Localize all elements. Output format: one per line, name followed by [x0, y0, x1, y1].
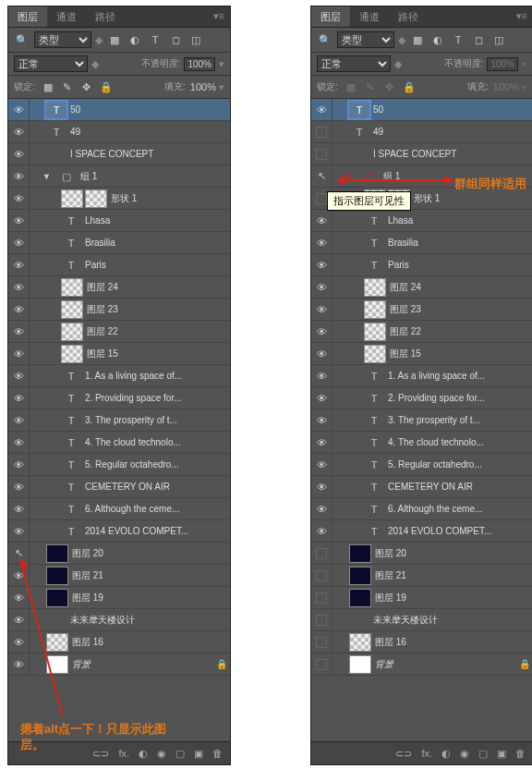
layer-row[interactable]: 👁 I SPACE CONCEPT [8, 143, 230, 165]
tab-paths[interactable]: 路径 [86, 6, 125, 27]
visibility-toggle[interactable]: 👁 [8, 454, 30, 475]
layer-row[interactable]: 👁TLhasa [311, 210, 532, 232]
visibility-toggle[interactable]: 👁 [8, 631, 30, 653]
layer-row[interactable]: 👁图层 15 [8, 343, 230, 365]
layer-row[interactable]: 图层 20 [311, 543, 532, 565]
visibility-toggle[interactable]: 👁 [311, 454, 332, 475]
layer-row[interactable]: 👁形状 1 [8, 188, 230, 210]
visibility-toggle[interactable] [311, 587, 332, 608]
visibility-toggle[interactable] [311, 121, 332, 142]
layer-row[interactable]: 👁T5. Regular octahedro... [311, 454, 532, 476]
visibility-toggle[interactable]: 👁 [8, 476, 30, 497]
lock-pixel-icon[interactable]: ✎ [59, 79, 76, 95]
visibility-toggle[interactable]: 👁 [311, 409, 332, 431]
visibility-toggle[interactable]: 👁 [8, 565, 30, 586]
visibility-toggle[interactable]: 👁 [311, 276, 332, 298]
layer-row[interactable]: 👁TParis [8, 254, 230, 276]
lock-all-icon[interactable]: 🔒 [98, 79, 115, 95]
new-layer-icon[interactable]: ▣ [194, 748, 203, 760]
visibility-toggle[interactable]: 👁 [311, 498, 332, 519]
panel-menu-icon[interactable]: ▾≡ [125, 6, 230, 27]
blend-mode-select[interactable]: 正常 [317, 55, 391, 72]
layer-row[interactable]: 图层 19 [311, 587, 532, 609]
visibility-toggle[interactable] [311, 565, 332, 586]
visibility-toggle[interactable]: 👁 [311, 387, 332, 409]
layer-row[interactable]: 👁TParis [311, 254, 532, 276]
opacity-value[interactable]: 100% [487, 57, 518, 71]
visibility-toggle[interactable]: 👁 [8, 498, 30, 519]
filter-adjust-icon[interactable]: ◐ [127, 31, 143, 48]
layer-row[interactable]: 👁T1. As a living space of... [311, 365, 532, 387]
layer-row[interactable]: 👁T5. Regular octahedro... [8, 454, 230, 476]
layer-row[interactable]: 👁图层 22 [311, 321, 532, 343]
filter-pixel-icon[interactable]: ▩ [409, 31, 426, 48]
visibility-toggle[interactable] [311, 543, 332, 564]
visibility-toggle[interactable]: 👁 [8, 365, 30, 386]
filter-shape-icon[interactable]: ◻ [470, 31, 487, 48]
layer-row[interactable]: I SPACE CONCEPT [311, 143, 532, 165]
layer-row[interactable]: 图层 16 [311, 631, 532, 653]
visibility-toggle[interactable]: 👁 [311, 432, 332, 453]
visibility-toggle[interactable]: 👁 [8, 653, 30, 675]
layer-row[interactable]: 👁图层 21 [8, 565, 230, 587]
visibility-toggle[interactable]: ↖ [311, 165, 332, 187]
filter-kind-select[interactable]: 类型 [337, 31, 394, 48]
opacity-value[interactable]: 100% [184, 57, 215, 71]
fx-icon[interactable]: fx. [421, 748, 432, 759]
lock-move-icon[interactable]: ✥ [79, 79, 95, 95]
filter-adjust-icon[interactable]: ◐ [429, 31, 446, 48]
layer-row[interactable]: 👁T4. The cloud technolo... [8, 432, 230, 454]
filter-icon[interactable]: 🔍 [14, 31, 30, 48]
layer-row[interactable]: 未来摩天楼设计 [311, 609, 532, 631]
visibility-toggle[interactable]: 👁 [311, 321, 332, 342]
layer-row[interactable]: 图层 21 [311, 565, 532, 587]
layer-row[interactable]: 👁T49 [8, 121, 230, 143]
layer-row[interactable]: 👁T3. The prosperity of t... [311, 409, 532, 432]
new-layer-icon[interactable]: ▣ [497, 748, 506, 760]
visibility-toggle[interactable]: 👁 [8, 587, 30, 608]
filter-kind-select[interactable]: 类型 [34, 31, 91, 48]
visibility-toggle[interactable]: 👁 [8, 121, 30, 142]
visibility-toggle[interactable]: 👁 [8, 343, 30, 364]
tab-layers[interactable]: 图层 [8, 6, 47, 27]
mask-icon[interactable]: ◐ [441, 748, 451, 760]
visibility-toggle[interactable]: ↖ [8, 543, 30, 564]
trash-icon[interactable]: 🗑 [515, 748, 526, 759]
visibility-toggle[interactable]: 👁 [8, 254, 30, 275]
layer-row[interactable]: T49 [311, 121, 532, 143]
layer-row[interactable]: 👁T6. Although the ceme... [311, 498, 532, 520]
layer-row[interactable]: 👁T2. Providing space for... [8, 387, 230, 409]
visibility-toggle[interactable]: 👁 [311, 232, 332, 253]
visibility-toggle[interactable]: 👁 [8, 299, 30, 320]
layer-row[interactable]: 👁图层 24 [8, 276, 230, 299]
layer-row[interactable]: 👁图层 24 [311, 276, 532, 299]
layer-row[interactable]: 👁TBrasilia [311, 232, 532, 254]
layer-row[interactable]: 👁背景🔒 [8, 653, 230, 676]
visibility-toggle[interactable]: 👁 [8, 432, 30, 453]
visibility-toggle[interactable]: 👁 [8, 520, 30, 542]
layer-row[interactable]: 👁T2014 EVOLO COMPET... [311, 520, 532, 543]
visibility-toggle[interactable]: 👁 [311, 210, 332, 231]
layer-row[interactable]: 👁T50 [8, 99, 230, 121]
layer-row[interactable]: 👁T50 [311, 99, 532, 121]
layer-row[interactable]: 👁TCEMETERY ON AIR [311, 476, 532, 498]
layer-row[interactable]: 👁图层 23 [8, 299, 230, 321]
visibility-toggle[interactable]: 👁 [8, 165, 30, 187]
visibility-toggle[interactable]: 👁 [311, 476, 332, 497]
filter-text-icon[interactable]: T [147, 31, 163, 48]
visibility-toggle[interactable]: 👁 [311, 520, 332, 542]
layer-row[interactable]: 👁图层 16 [8, 631, 230, 653]
adjustment-icon[interactable]: ◉ [460, 748, 469, 760]
layer-row[interactable]: 👁TCEMETERY ON AIR [8, 476, 230, 498]
layer-row[interactable]: 👁 未来摩天楼设计 [8, 609, 230, 631]
visibility-toggle[interactable]: 👁 [311, 299, 332, 320]
visibility-toggle[interactable] [311, 653, 332, 675]
layer-row[interactable]: 👁T6. Although the ceme... [8, 498, 230, 520]
group-icon[interactable]: ▢ [478, 748, 488, 760]
visibility-toggle[interactable]: 👁 [8, 232, 30, 253]
layer-row[interactable]: 👁图层 19 [8, 587, 230, 609]
lock-trans-icon[interactable]: ▩ [40, 79, 56, 95]
layer-row[interactable]: 背景🔒 [311, 653, 532, 676]
fill-value[interactable]: 100% [190, 81, 216, 92]
layer-row[interactable]: 👁T2. Providing space for... [311, 387, 532, 409]
